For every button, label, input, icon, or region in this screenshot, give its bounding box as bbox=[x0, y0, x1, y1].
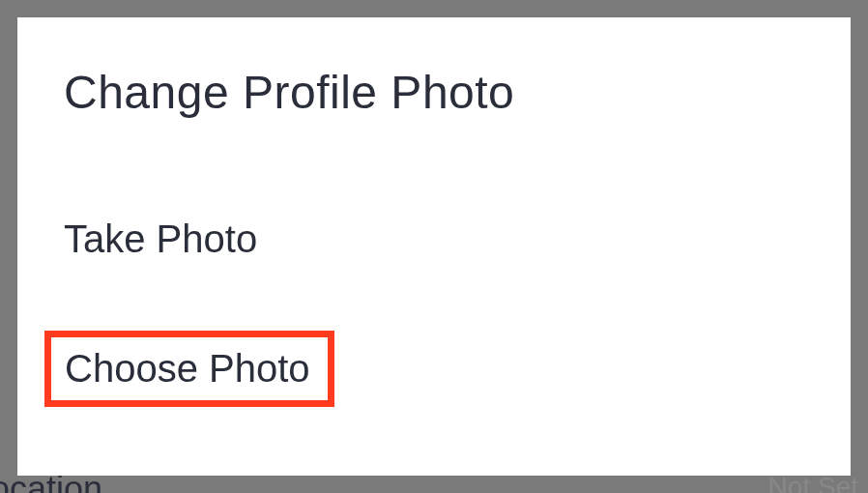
choose-photo-option[interactable]: Choose Photo bbox=[44, 331, 334, 407]
change-profile-photo-dialog: Change Profile Photo Take Photo Choose P… bbox=[17, 17, 851, 476]
take-photo-option[interactable]: Take Photo bbox=[64, 206, 804, 273]
dialog-title: Change Profile Photo bbox=[64, 66, 804, 119]
